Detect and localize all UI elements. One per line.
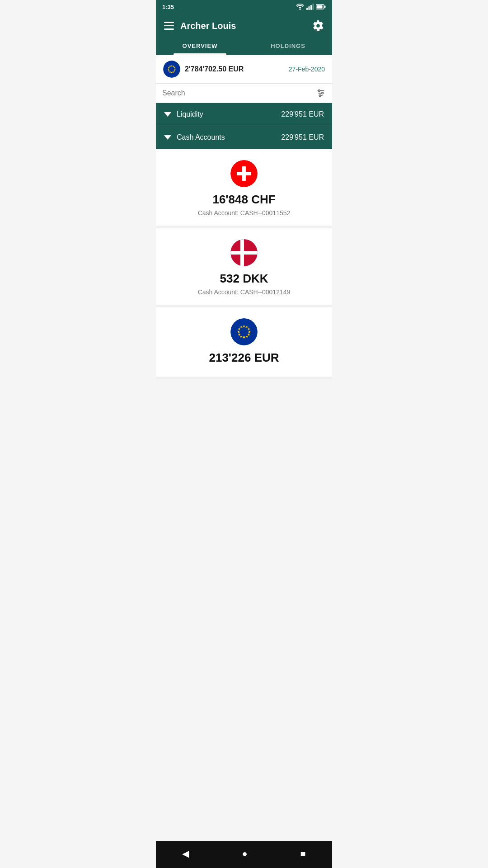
tab-holdings[interactable]: HOLDINGS <box>244 36 332 55</box>
total-date: 27-Feb-2020 <box>289 66 325 73</box>
header-left: Archer Louis <box>164 21 236 31</box>
header-title: Archer Louis <box>180 21 236 31</box>
search-bar <box>156 84 332 103</box>
account-card-chf[interactable]: 16'848 CHF Cash Account: CASH--00011552 <box>156 149 332 228</box>
account-card-dkk[interactable]: 532 DKK Cash Account: CASH--00012149 <box>156 228 332 307</box>
total-bar: 2'784'702.50 EUR 27-Feb-2020 <box>156 55 332 84</box>
svg-point-34 <box>230 318 258 345</box>
signal-icon <box>306 4 314 10</box>
section-liquidity-label: Liquidity <box>177 110 203 118</box>
section-cash-label: Cash Accounts <box>177 133 225 142</box>
status-bar: 1:35 <box>156 0 332 14</box>
account-card-eur[interactable]: 213'226 EUR <box>156 307 332 379</box>
svg-point-8 <box>163 61 180 78</box>
section-liquidity[interactable]: Liquidity 229'951 EUR <box>156 103 332 126</box>
svg-rect-1 <box>306 8 308 10</box>
eu-flag-icon-2 <box>230 318 258 345</box>
svg-point-0 <box>300 9 301 10</box>
dkk-amount: 532 DKK <box>220 272 268 286</box>
svg-rect-6 <box>317 5 323 9</box>
settings-button[interactable] <box>312 20 324 32</box>
status-icons <box>296 4 326 10</box>
section-liquidity-left: Liquidity <box>164 110 203 118</box>
filter-icon[interactable] <box>316 88 326 98</box>
eur-amount: 213'226 EUR <box>209 351 279 365</box>
svg-rect-7 <box>324 6 326 8</box>
total-left: 2'784'702.50 EUR <box>163 61 244 78</box>
svg-point-24 <box>319 90 320 92</box>
eu-flag-icon <box>163 61 180 78</box>
section-cash-accounts[interactable]: Cash Accounts 229'951 EUR <box>156 126 332 149</box>
svg-rect-2 <box>309 6 310 10</box>
svg-rect-29 <box>237 172 251 175</box>
svg-point-26 <box>319 95 321 97</box>
denmark-flag-icon <box>230 239 258 266</box>
search-input[interactable] <box>162 89 311 97</box>
svg-rect-33 <box>230 251 258 255</box>
menu-button[interactable] <box>164 22 174 30</box>
dkk-label: Cash Account: CASH--00012149 <box>198 288 291 296</box>
wifi-icon <box>296 4 304 10</box>
chevron-down-icon <box>164 112 171 117</box>
chf-amount: 16'848 CHF <box>212 193 275 207</box>
svg-rect-4 <box>313 4 314 10</box>
switzerland-flag-icon <box>230 160 258 187</box>
svg-point-25 <box>322 92 324 94</box>
section-cash-amount: 229'951 EUR <box>281 133 324 142</box>
section-liquidity-amount: 229'951 EUR <box>281 110 324 118</box>
chf-label: Cash Account: CASH--00011552 <box>198 209 291 217</box>
tab-overview[interactable]: OVERVIEW <box>156 36 244 55</box>
section-cash-left: Cash Accounts <box>164 133 225 142</box>
chevron-down-icon-2 <box>164 135 171 140</box>
svg-rect-3 <box>310 5 312 10</box>
tab-bar: OVERVIEW HOLDINGS <box>156 36 332 55</box>
battery-icon <box>316 4 326 9</box>
app-header: Archer Louis <box>156 14 332 36</box>
status-time: 1:35 <box>162 4 174 10</box>
total-amount: 2'784'702.50 EUR <box>185 65 244 73</box>
